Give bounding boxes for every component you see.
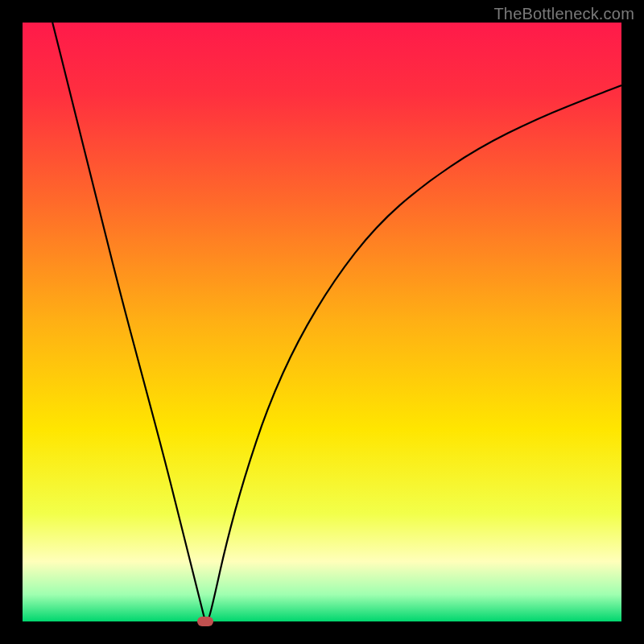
bottleneck-chart — [23, 23, 621, 621]
chart-frame — [23, 23, 621, 621]
chart-background — [23, 23, 621, 621]
watermark-text: TheBottleneck.com — [493, 5, 634, 23]
optimal-point-marker — [197, 617, 213, 626]
